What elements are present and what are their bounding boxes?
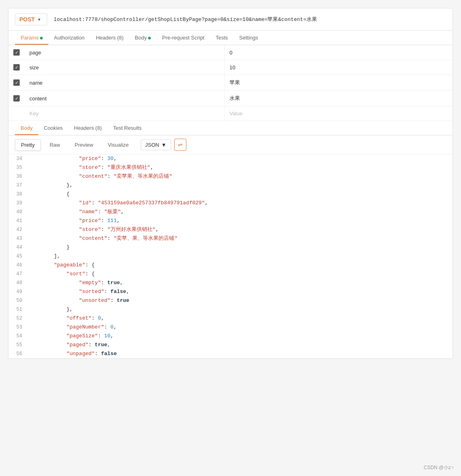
- json-token-colon: :: [98, 333, 104, 339]
- json-token-plain: [29, 342, 67, 348]
- code-line: 54 "pageSize": 10,: [8, 332, 453, 341]
- param-value[interactable]: 苹果: [224, 75, 453, 91]
- param-key[interactable]: size: [25, 60, 224, 75]
- json-token-colon: :: [95, 351, 101, 357]
- format-btn-pretty[interactable]: Pretty: [15, 139, 41, 151]
- checkmark-icon: ✓: [15, 65, 19, 70]
- response-tab-testresults[interactable]: Test Results: [107, 121, 147, 135]
- json-token-colon: :: [107, 235, 114, 241]
- url-bar: POST ▼: [8, 8, 453, 31]
- tab-settings[interactable]: Settings: [234, 31, 264, 45]
- json-token-plain: ,: [114, 324, 117, 330]
- line-number: 46: [8, 261, 29, 270]
- line-number: 40: [8, 208, 29, 216]
- code-line: 53 "pageNumber": 0,: [8, 323, 453, 332]
- method-selector[interactable]: POST ▼: [15, 13, 47, 25]
- response-tab-headers[interactable]: Headers (8): [69, 121, 108, 135]
- json-token-plain: [29, 156, 79, 162]
- checkbox[interactable]: ✓: [13, 64, 20, 71]
- line-number: 42: [8, 225, 29, 234]
- json-token-plain: [29, 262, 54, 268]
- value-placeholder[interactable]: Value: [224, 106, 453, 121]
- code-line: 49 "sorted": false,: [8, 287, 453, 296]
- line-content: "price": 111,: [29, 216, 453, 225]
- json-token-bracket: {: [67, 191, 70, 197]
- main-container: POST ▼ ParamsAuthorizationHeaders (8)Bod…: [8, 8, 453, 359]
- line-number: 52: [8, 314, 29, 323]
- checkbox[interactable]: ✓: [13, 49, 20, 56]
- json-token-number: 30: [107, 156, 114, 162]
- json-token-bool: true: [107, 280, 120, 286]
- param-key[interactable]: page: [25, 45, 224, 60]
- json-token-key: "content": [79, 173, 107, 179]
- json-token-plain: [29, 351, 67, 357]
- json-token-key: "price": [79, 218, 101, 224]
- json-token-plain: [29, 289, 79, 295]
- line-content: "offset": 0,: [29, 314, 453, 323]
- checkbox[interactable]: ✓: [13, 79, 20, 86]
- json-token-key: "name": [79, 209, 98, 215]
- line-number: 47: [8, 270, 29, 279]
- response-tab-cookies[interactable]: Cookies: [38, 121, 69, 135]
- json-chevron-icon: ▼: [161, 142, 167, 148]
- json-token-colon: :: [101, 218, 107, 224]
- json-token-plain: [29, 200, 79, 206]
- code-line: 48 "empty": true,: [8, 279, 453, 287]
- json-token-string: "卖苹、果、等水果的店铺": [114, 235, 178, 241]
- json-token-colon: :: [92, 315, 98, 321]
- request-tabs: ParamsAuthorizationHeaders (8)BodyPre-re…: [8, 31, 453, 45]
- url-input[interactable]: [50, 14, 446, 25]
- json-token-plain: [29, 315, 67, 321]
- code-line: 37 },: [8, 181, 453, 190]
- param-key[interactable]: name: [25, 75, 224, 91]
- line-content: "price": 30,: [29, 154, 453, 163]
- json-token-plain: [29, 191, 67, 197]
- format-btn-preview[interactable]: Preview: [69, 139, 99, 150]
- table-row: ✓ size 10: [8, 60, 453, 75]
- line-content: "content": "卖苹果、等水果的店铺": [29, 172, 453, 181]
- line-number: 37: [8, 181, 29, 190]
- format-btn-raw[interactable]: Raw: [44, 139, 66, 150]
- line-content: "content": "卖苹、果、等水果的店铺": [29, 234, 453, 243]
- json-token-bool: false: [111, 289, 126, 295]
- json-token-number: 10: [104, 333, 111, 339]
- checkmark-icon: ✓: [15, 50, 19, 55]
- line-content: "name": "板栗",: [29, 208, 453, 216]
- params-dot-icon: [40, 37, 43, 39]
- line-content: },: [29, 181, 453, 190]
- tab-tests[interactable]: Tests: [210, 31, 234, 45]
- tab-authorization[interactable]: Authorization: [48, 31, 90, 45]
- param-value[interactable]: 水果: [224, 91, 453, 106]
- param-key[interactable]: content: [25, 91, 224, 106]
- key-placeholder[interactable]: Key: [25, 106, 224, 121]
- param-value[interactable]: 0: [224, 45, 453, 60]
- json-token-key: "unpaged": [67, 351, 95, 357]
- json-token-colon: :: [101, 227, 107, 233]
- code-line: 56 "unpaged": false: [8, 349, 453, 358]
- line-number: 35: [8, 163, 29, 172]
- json-token-key: "pageNumber": [67, 324, 104, 330]
- param-value[interactable]: 10: [224, 60, 453, 75]
- code-line: 50 "unsorted": true: [8, 296, 453, 305]
- table-row: ✓ name 苹果: [8, 75, 453, 91]
- code-line: 38 {: [8, 190, 453, 199]
- json-token-plain: ,: [120, 280, 123, 286]
- wrap-icon[interactable]: ⇌: [174, 139, 186, 151]
- method-chevron-icon: ▼: [37, 17, 41, 22]
- json-token-colon: :: [101, 280, 107, 286]
- tab-params[interactable]: Params: [15, 31, 48, 45]
- json-format-selector[interactable]: JSON▼: [141, 139, 171, 150]
- tab-body[interactable]: Body: [129, 31, 156, 45]
- json-token-colon: :: [107, 173, 114, 179]
- tab-headers[interactable]: Headers (8): [90, 31, 129, 45]
- checkbox-cell: ✓: [13, 95, 20, 102]
- code-line: 36 "content": "卖苹果、等水果的店铺": [8, 172, 453, 181]
- tab-prerequest[interactable]: Pre-request Script: [156, 31, 210, 45]
- json-token-colon: :: [101, 164, 107, 170]
- format-btn-visualize[interactable]: Visualize: [102, 139, 134, 150]
- checkbox[interactable]: ✓: [13, 95, 20, 102]
- json-token-plain: ,: [205, 200, 208, 206]
- code-line: 44 }: [8, 243, 453, 252]
- response-tab-body[interactable]: Body: [15, 121, 38, 135]
- table-row: ✓ page 0: [8, 45, 453, 60]
